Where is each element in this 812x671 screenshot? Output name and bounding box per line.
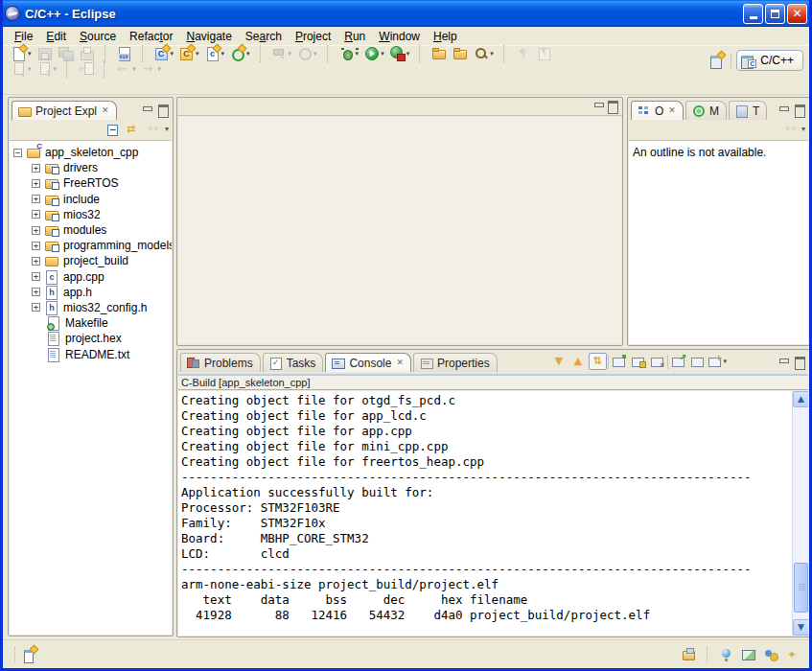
view-menu-icon[interactable] bbox=[783, 122, 799, 137]
tab-tasks[interactable]: Tasks bbox=[263, 353, 324, 372]
view-menu-arrow-icon[interactable]: ▾ bbox=[165, 125, 169, 133]
menu-project[interactable]: Project bbox=[289, 28, 337, 45]
display-selected-button[interactable] bbox=[688, 353, 707, 370]
dropdown-arrow-icon[interactable]: ▾ bbox=[28, 50, 32, 58]
tree-item-app.cpp[interactable]: +app.cpp bbox=[10, 269, 172, 285]
scroll-lock-button[interactable] bbox=[589, 353, 607, 370]
open-perspective-button[interactable] bbox=[708, 50, 726, 71]
menu-refactor[interactable]: Refactor bbox=[123, 28, 179, 45]
scroll-down-button[interactable] bbox=[550, 353, 568, 370]
dropdown-arrow-icon[interactable]: ▾ bbox=[356, 50, 360, 58]
dropdown-arrow-icon[interactable]: ▾ bbox=[171, 50, 174, 58]
spheres-button[interactable] bbox=[762, 644, 779, 665]
minimize-view-icon[interactable] bbox=[777, 104, 791, 116]
lamp-button[interactable] bbox=[718, 644, 735, 665]
menu-run[interactable]: Run bbox=[337, 28, 372, 45]
new-c-source-button[interactable]: ▾ bbox=[204, 43, 226, 64]
tree-item-project.hex[interactable]: project.hex bbox=[10, 331, 172, 346]
pin-console-button[interactable] bbox=[610, 353, 628, 370]
collapse-all-button[interactable] bbox=[104, 119, 122, 140]
new-cpp-class-button[interactable]: ▾ bbox=[178, 43, 200, 64]
maximize-view-icon[interactable] bbox=[156, 104, 170, 116]
dropdown-arrow-icon[interactable]: ▾ bbox=[381, 50, 384, 58]
menu-navigate[interactable]: Navigate bbox=[179, 28, 238, 45]
cpp-perspective-button[interactable]: C/C++ bbox=[736, 50, 803, 71]
tree-item-drivers[interactable]: +drivers bbox=[10, 160, 172, 175]
maximize-view-icon[interactable] bbox=[793, 104, 806, 116]
dropdown-arrow-icon[interactable]: ▾ bbox=[196, 50, 199, 58]
clipboard-status-button[interactable] bbox=[681, 644, 698, 665]
link-with-editor-button[interactable] bbox=[125, 119, 142, 140]
tree-item-freertos[interactable]: +FreeRTOS bbox=[10, 175, 172, 191]
run-button[interactable]: ▾ bbox=[363, 43, 385, 64]
view-menu-button[interactable] bbox=[145, 119, 162, 140]
maximize-view-icon[interactable] bbox=[606, 101, 619, 112]
image-status-button[interactable] bbox=[740, 644, 757, 665]
tab-problems[interactable]: Problems bbox=[180, 353, 261, 372]
open-resource-button[interactable] bbox=[452, 43, 469, 64]
tree-item-mios32_config.h[interactable]: +mios32_config.h bbox=[10, 300, 172, 315]
show-on-output-button[interactable] bbox=[629, 353, 647, 370]
tab-m[interactable]: M bbox=[685, 101, 727, 120]
tree-item-project_build[interactable]: +project_build bbox=[10, 253, 172, 268]
fast-view-button[interactable] bbox=[21, 644, 38, 665]
tab-t[interactable]: T bbox=[729, 101, 767, 120]
search-button[interactable]: ▾ bbox=[473, 43, 495, 64]
open-console-button[interactable]: ▾ bbox=[708, 353, 726, 370]
close-icon[interactable]: ✕ bbox=[668, 106, 676, 115]
dropdown-arrow-icon[interactable]: ▾ bbox=[490, 50, 494, 58]
dropdown-arrow-icon[interactable]: ▾ bbox=[246, 50, 250, 58]
maximize-button[interactable] bbox=[765, 4, 785, 24]
close-icon[interactable]: ✕ bbox=[102, 106, 109, 115]
tab-properties[interactable]: Properties bbox=[413, 353, 498, 372]
close-icon[interactable]: ✕ bbox=[396, 359, 404, 367]
expand-expander-icon[interactable]: + bbox=[32, 195, 40, 203]
close-button[interactable]: ✕ bbox=[787, 4, 807, 24]
menu-edit[interactable]: Edit bbox=[39, 28, 73, 45]
expand-expander-icon[interactable]: + bbox=[32, 179, 40, 188]
menu-file[interactable]: File bbox=[8, 28, 39, 45]
tree-item-app.h[interactable]: +app.h bbox=[10, 285, 172, 300]
minimize-button[interactable] bbox=[743, 4, 763, 24]
expand-expander-icon[interactable]: + bbox=[32, 164, 40, 173]
expand-expander-icon[interactable]: + bbox=[32, 272, 40, 281]
tree-item-modules[interactable]: +modules bbox=[10, 222, 172, 238]
scrollbar-up-icon[interactable]: ▲ bbox=[793, 391, 808, 407]
tree-item-mios32[interactable]: +mios32 bbox=[10, 207, 172, 222]
external-tools-button[interactable]: ▾ bbox=[389, 43, 411, 64]
menu-window[interactable]: Window bbox=[372, 28, 427, 45]
minimize-view-icon[interactable] bbox=[777, 357, 791, 368]
expand-expander-icon[interactable]: + bbox=[32, 303, 40, 312]
minimize-view-icon[interactable] bbox=[592, 101, 606, 112]
new-console-view-button[interactable] bbox=[669, 353, 687, 370]
scroll-up-button[interactable] bbox=[569, 353, 588, 370]
new-make-target-button[interactable]: ▾ bbox=[229, 43, 251, 64]
compass-button[interactable] bbox=[784, 644, 801, 665]
scrollbar-thumb[interactable] bbox=[794, 563, 808, 613]
dropdown-arrow-icon[interactable]: ▾ bbox=[724, 358, 728, 365]
dropdown-arrow-icon[interactable]: ▾ bbox=[406, 50, 410, 58]
collapse-expander-icon[interactable]: − bbox=[13, 149, 22, 157]
dropdown-arrow-icon[interactable]: ▾ bbox=[221, 50, 225, 58]
console-scrollbar[interactable]: ▲ ▼ bbox=[792, 391, 808, 636]
minimize-view-icon[interactable] bbox=[141, 104, 154, 116]
tree-item-programming_models[interactable]: +programming_models bbox=[10, 238, 172, 253]
view-menu-arrow-icon[interactable]: ▾ bbox=[801, 125, 805, 133]
scrollbar-down-icon[interactable]: ▼ bbox=[793, 619, 808, 636]
tab-project-explorer[interactable]: Project Expl ✕ bbox=[12, 101, 117, 120]
menu-help[interactable]: Help bbox=[427, 28, 464, 45]
tree-item-include[interactable]: +include bbox=[10, 192, 172, 207]
expand-expander-icon[interactable]: + bbox=[32, 257, 40, 266]
debug-button[interactable]: ▾ bbox=[338, 43, 360, 64]
expand-expander-icon[interactable]: + bbox=[32, 226, 40, 235]
tab-o[interactable]: O✕ bbox=[631, 101, 684, 120]
expand-expander-icon[interactable]: + bbox=[32, 242, 40, 250]
clear-console-button[interactable] bbox=[648, 353, 666, 370]
menu-search[interactable]: Search bbox=[239, 28, 289, 45]
tree-item-app_skeleton_cpp[interactable]: −app_skeleton_cpp bbox=[10, 145, 172, 160]
expand-expander-icon[interactable]: + bbox=[32, 288, 40, 296]
expand-expander-icon[interactable]: + bbox=[32, 210, 40, 219]
tree-item-readme.txt[interactable]: README.txt bbox=[10, 346, 172, 361]
menu-source[interactable]: Source bbox=[73, 28, 123, 45]
tree-item-makefile[interactable]: Makefile bbox=[10, 315, 172, 331]
